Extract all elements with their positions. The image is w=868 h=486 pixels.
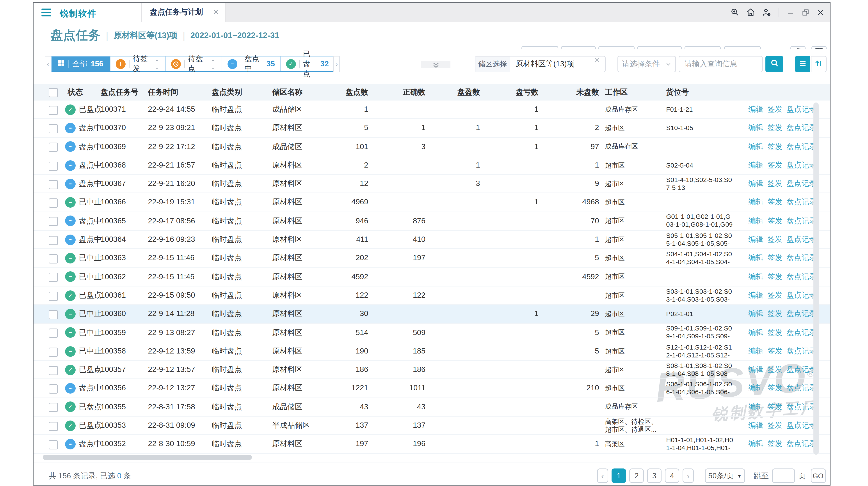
row-checkbox[interactable] — [49, 292, 58, 301]
page-size-select[interactable]: 50条/页▼ — [705, 468, 745, 483]
count-record-link[interactable]: 盘点记录 — [786, 249, 817, 267]
edit-link[interactable]: 编辑 — [748, 324, 764, 342]
filter-tab-counting[interactable]: ··· 盘点中 35 — [222, 57, 280, 71]
issue-link[interactable]: 签发 — [767, 193, 782, 211]
row-checkbox[interactable] — [49, 329, 58, 338]
table-row[interactable]: − 已中止 100363 22-9-15 11:46 临时盘点 原材料区 202… — [34, 249, 830, 268]
zoom-icon[interactable] — [731, 8, 739, 17]
table-row[interactable]: ✓ 已盘点 100353 22-8-31 09:09 临时盘点 半成品储区 13… — [34, 417, 830, 435]
row-checkbox[interactable] — [49, 161, 58, 171]
edit-link[interactable]: 编辑 — [748, 193, 764, 211]
home-icon[interactable] — [746, 8, 755, 17]
table-row[interactable]: ··· 盘点中 100352 22-8-30 10:59 临时盘点 原材料区 1… — [34, 435, 830, 454]
count-record-link[interactable]: 盘点记录 — [786, 268, 817, 286]
filter-tab-pending-count[interactable]: 待盘点 -- — [165, 57, 222, 71]
edit-link[interactable]: 编辑 — [748, 156, 764, 174]
edit-link[interactable]: 编辑 — [748, 138, 764, 156]
count-record-link[interactable]: 盘点记录 — [786, 193, 817, 211]
page-button-2[interactable]: 2 — [629, 468, 644, 483]
row-checkbox[interactable] — [49, 384, 58, 394]
count-record-link[interactable]: 盘点记录 — [786, 287, 817, 304]
table-row[interactable]: ··· 盘点中 100365 22-9-17 08:56 临时盘点 原材料区 9… — [34, 212, 830, 231]
filter-tab-pending-issue[interactable]: i 待签发 -- — [110, 57, 165, 71]
prev-page-button[interactable]: ‹ — [597, 468, 608, 483]
issue-link[interactable]: 签发 — [767, 379, 782, 397]
jump-page-input[interactable] — [772, 468, 795, 483]
document-tab[interactable]: 盘点任务与计划 ✕ — [142, 3, 225, 22]
count-record-link[interactable]: 盘点记录 — [786, 324, 817, 342]
edit-link[interactable]: 编辑 — [748, 361, 764, 379]
issue-link[interactable]: 签发 — [767, 324, 782, 342]
issue-link[interactable]: 签发 — [767, 417, 782, 434]
issue-link[interactable]: 签发 — [767, 156, 782, 174]
edit-link[interactable]: 编辑 — [748, 342, 764, 360]
edit-link[interactable]: 编辑 — [748, 305, 764, 323]
count-record-link[interactable]: 盘点记录 — [786, 100, 817, 118]
row-checkbox[interactable] — [49, 422, 58, 431]
row-checkbox[interactable] — [49, 198, 58, 207]
select-all-checkbox[interactable] — [49, 88, 58, 97]
count-record-link[interactable]: 盘点记录 — [786, 361, 817, 379]
row-checkbox[interactable] — [49, 217, 58, 226]
count-record-link[interactable]: 盘点记录 — [786, 156, 817, 174]
row-checkbox[interactable] — [49, 366, 58, 375]
issue-link[interactable]: 签发 — [767, 361, 782, 379]
row-checkbox[interactable] — [49, 403, 58, 412]
page-button-4[interactable]: 4 — [665, 468, 679, 483]
issue-link[interactable]: 签发 — [767, 268, 782, 286]
edit-link[interactable]: 编辑 — [748, 268, 764, 286]
user-settings-icon[interactable] — [762, 8, 771, 17]
table-row[interactable]: ··· 盘点中 100364 22-9-16 09:23 临时盘点 原材料区 4… — [34, 231, 830, 249]
zone-select-group[interactable]: 储区选择 原材料区等(13)项 ✕ — [475, 56, 606, 72]
table-row[interactable]: − 已中止 100359 22-9-13 08:27 临时盘点 原材料区 514… — [34, 324, 830, 342]
tab-close-icon[interactable]: ✕ — [213, 8, 219, 17]
list-view-button[interactable] — [795, 56, 810, 72]
table-row[interactable]: − 已中止 100358 22-9-12 13:59 临时盘点 原材料区 190… — [34, 342, 830, 361]
table-row[interactable]: ··· 盘点中 100370 22-9-23 09:21 临时盘点 原材料区 5… — [34, 119, 830, 138]
menu-icon[interactable] — [41, 8, 51, 17]
horizontal-scrollbar[interactable] — [43, 455, 252, 460]
row-checkbox[interactable] — [49, 105, 58, 115]
page-button-1[interactable]: 1 — [612, 468, 626, 483]
edit-link[interactable]: 编辑 — [748, 379, 764, 397]
issue-link[interactable]: 签发 — [767, 119, 782, 137]
next-page-button[interactable]: › — [683, 468, 694, 483]
edit-link[interactable]: 编辑 — [748, 398, 764, 416]
condition-select[interactable]: 请选择条件 — [617, 56, 676, 72]
clear-icon[interactable]: ✕ — [594, 57, 600, 72]
row-checkbox[interactable] — [49, 273, 58, 282]
table-row[interactable]: − 已中止 100362 22-9-15 11:45 临时盘点 原材料区 459… — [34, 268, 830, 287]
edit-link[interactable]: 编辑 — [748, 435, 764, 453]
search-button[interactable] — [766, 56, 783, 72]
count-record-link[interactable]: 盘点记录 — [786, 212, 817, 230]
row-checkbox[interactable] — [49, 124, 58, 133]
count-record-link[interactable]: 盘点记录 — [786, 231, 817, 248]
vertical-scrollbar[interactable] — [813, 102, 819, 455]
edit-link[interactable]: 编辑 — [748, 231, 764, 248]
issue-link[interactable]: 签发 — [767, 212, 782, 230]
issue-link[interactable]: 签发 — [767, 138, 782, 156]
table-row[interactable]: − 已中止 100366 22-9-19 15:31 临时盘点 原材料区 496… — [34, 193, 830, 212]
restore-icon[interactable] — [802, 8, 809, 16]
issue-link[interactable]: 签发 — [767, 249, 782, 267]
table-row[interactable]: ✓ 已盘点 100371 22-9-24 14:55 临时盘点 成品储区 1 1… — [34, 100, 830, 119]
sort-view-button[interactable] — [811, 56, 827, 72]
minimize-icon[interactable] — [786, 8, 794, 16]
collapse-header-button[interactable] — [421, 61, 451, 68]
edit-link[interactable]: 编辑 — [748, 175, 764, 193]
table-row[interactable]: ··· 盘点中 100369 22-9-22 17:12 临时盘点 成品储区 1… — [34, 138, 830, 156]
table-row[interactable]: − 已中止 100360 22-9-14 11:28 临时盘点 原材料区 30 … — [34, 305, 830, 324]
row-checkbox[interactable] — [49, 310, 58, 319]
issue-link[interactable]: 签发 — [767, 435, 782, 453]
issue-link[interactable]: 签发 — [767, 175, 782, 193]
filter-tab-counted[interactable]: ✓ 已盘点 32 — [280, 57, 334, 71]
count-record-link[interactable]: 盘点记录 — [786, 175, 817, 193]
tabs-scroll-right-button[interactable]: › — [333, 56, 340, 72]
tabs-scroll-left-button[interactable]: ‹ — [45, 56, 51, 72]
edit-link[interactable]: 编辑 — [748, 119, 764, 137]
search-input[interactable]: 请输入查询信息 — [679, 56, 763, 72]
count-record-link[interactable]: 盘点记录 — [786, 342, 817, 360]
row-checkbox[interactable] — [49, 143, 58, 152]
filter-tab-all[interactable]: 全部 156 — [52, 57, 110, 71]
edit-link[interactable]: 编辑 — [748, 249, 764, 267]
